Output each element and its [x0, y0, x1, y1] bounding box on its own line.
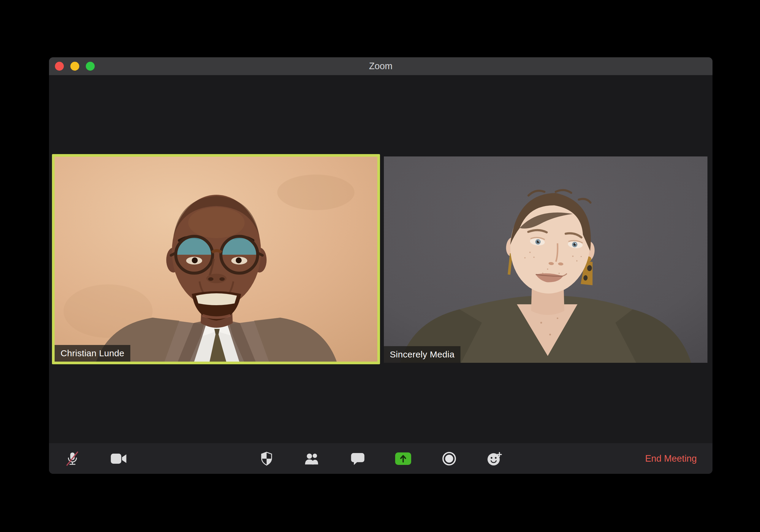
participants-icon	[304, 452, 320, 465]
video-feed-man-portrait	[55, 157, 377, 362]
window-titlebar[interactable]: Zoom	[49, 57, 712, 75]
microphone-muted-icon	[65, 451, 80, 467]
security-shield-icon	[260, 452, 274, 466]
minimize-window-button[interactable]	[71, 62, 79, 71]
participant-name-label: Sincerely Media	[384, 346, 460, 363]
zoom-window: Zoom	[49, 57, 712, 474]
share-screen-arrow-icon	[395, 453, 411, 465]
chat-button[interactable]	[350, 452, 365, 466]
video-tile-sincerely-media[interactable]: Sincerely Media	[384, 157, 707, 363]
video-button[interactable]	[111, 453, 127, 464]
mute-button[interactable]	[65, 451, 80, 467]
share-screen-button[interactable]	[395, 453, 411, 465]
close-window-button[interactable]	[55, 62, 64, 71]
record-button[interactable]	[442, 451, 456, 466]
video-feed-woman-portrait	[384, 157, 707, 363]
meeting-toolbar: End Meeting	[49, 443, 712, 474]
smiley-plus-icon	[487, 452, 502, 466]
video-tile-christian-lunde[interactable]: Christian Lunde	[52, 154, 380, 364]
participant-name-label: Christian Lunde	[55, 345, 130, 362]
participants-button[interactable]	[304, 452, 320, 465]
record-circle-icon	[442, 451, 456, 466]
video-grid: Christian Lunde	[49, 75, 712, 443]
video-camera-icon	[111, 453, 127, 464]
chat-bubble-icon	[350, 452, 365, 466]
fullscreen-window-button[interactable]	[86, 62, 95, 71]
security-button[interactable]	[260, 452, 274, 466]
end-meeting-button[interactable]: End Meeting	[645, 453, 697, 464]
reactions-button[interactable]	[487, 452, 502, 466]
window-title: Zoom	[49, 57, 712, 75]
desktop: Zoom	[0, 0, 760, 532]
